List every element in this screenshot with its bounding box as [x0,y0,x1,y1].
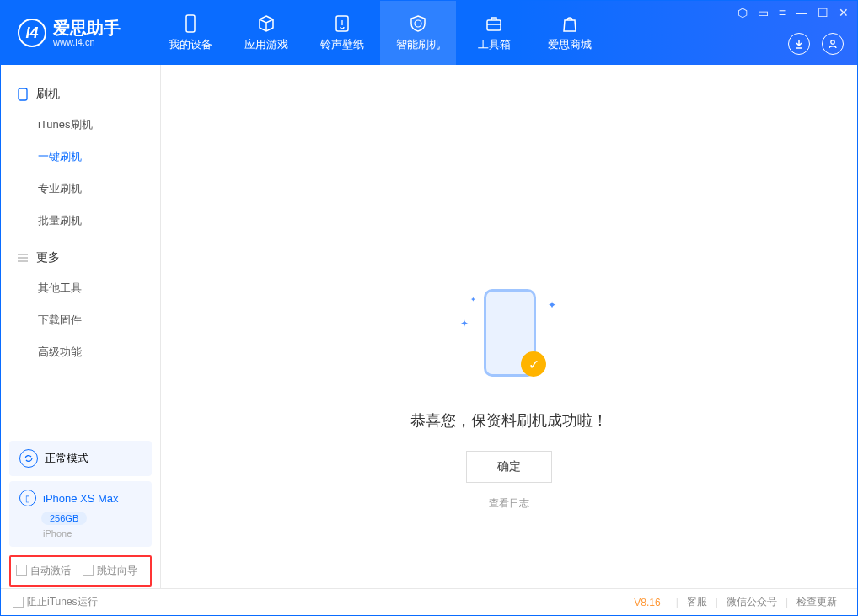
sidebar: 刷机 iTunes刷机 一键刷机 专业刷机 批量刷机 更多 其他工具 下载固件 … [1,65,161,588]
svg-rect-0 [186,15,195,32]
checkbox-block-itunes[interactable] [13,597,24,608]
list-icon [16,251,29,265]
sidebar-group-more: 更多 [1,244,160,272]
tshirt-icon[interactable]: ⬡ [737,6,748,19]
device-name: iPhone XS Max [43,492,119,505]
phone-outline-icon [16,88,29,101]
checkbox-skip-guide[interactable] [83,565,94,576]
sidebar-item-batch-flash[interactable]: 批量刷机 [1,205,160,237]
cube-icon [256,13,276,34]
user-button[interactable] [822,33,844,55]
sidebar-item-itunes-flash[interactable]: iTunes刷机 [1,109,160,141]
device-capacity: 256GB [41,512,87,525]
download-button[interactable] [788,33,810,55]
device-card[interactable]: ▯ iPhone XS Max 256GB iPhone [9,481,152,547]
sync-icon [19,449,38,468]
svg-rect-4 [19,88,27,100]
logo-icon: i4 [18,19,46,47]
link-support[interactable]: 客服 [687,595,707,609]
content-area: ✦ ✦ ✦ ✓ 恭喜您，保资料刷机成功啦！ 确定 查看日志 [161,65,857,588]
success-illustration: ✦ ✦ ✦ ✓ [458,284,560,385]
device-type: iPhone [43,528,142,538]
minimize-button[interactable]: — [796,6,807,19]
nav-ringtone-wallpaper[interactable]: 铃声壁纸 [304,1,380,65]
options-row: 自动激活 跳过向导 [9,555,152,587]
nav-apps-games[interactable]: 应用游戏 [228,1,304,65]
nav-toolbox[interactable]: 工具箱 [456,1,532,65]
bag-icon [560,13,580,34]
menu-icon[interactable]: ≡ [779,6,786,19]
phone-small-icon: ▯ [19,490,36,506]
music-file-icon [332,13,352,34]
maximize-button[interactable]: ☐ [818,6,829,19]
svg-rect-2 [487,20,501,30]
checkbox-auto-activate[interactable] [16,565,27,576]
device-icon [180,13,201,34]
confirm-button[interactable]: 确定 [466,451,552,483]
titlebar: i4 爱思助手 www.i4.cn 我的设备 应用游戏 铃声壁纸 智能刷机 [1,1,857,65]
view-log-link[interactable]: 查看日志 [489,496,529,511]
shield-sync-icon [408,13,428,34]
sidebar-item-download-firmware[interactable]: 下载固件 [1,304,160,336]
check-badge-icon: ✓ [521,351,546,377]
nav-my-device[interactable]: 我的设备 [153,1,228,65]
main-nav: 我的设备 应用游戏 铃声壁纸 智能刷机 工具箱 爱思商城 [153,1,608,65]
app-title: 爱思助手 [53,19,121,37]
app-subtitle: www.i4.cn [53,37,121,47]
version-label: V8.16 [634,597,660,608]
mode-card[interactable]: 正常模式 [9,441,152,476]
sidebar-item-advanced[interactable]: 高级功能 [1,336,160,368]
note-icon[interactable]: ▭ [758,6,769,19]
app-logo: i4 爱思助手 www.i4.cn [1,1,136,65]
success-message: 恭喜您，保资料刷机成功啦！ [410,410,608,431]
toolbox-icon [484,13,504,34]
link-check-update[interactable]: 检查更新 [796,595,837,609]
sidebar-group-flash: 刷机 [1,80,160,109]
nav-store[interactable]: 爱思商城 [532,1,608,65]
sidebar-item-other-tools[interactable]: 其他工具 [1,272,160,304]
sidebar-item-oneclick-flash[interactable]: 一键刷机 [1,141,160,173]
close-button[interactable]: ✕ [839,6,849,19]
sidebar-item-pro-flash[interactable]: 专业刷机 [1,173,160,205]
link-wechat[interactable]: 微信公众号 [727,595,777,609]
window-controls: ⬡ ▭ ≡ — ☐ ✕ [737,6,849,19]
nav-smart-flash[interactable]: 智能刷机 [380,1,456,65]
svg-point-3 [831,40,834,44]
block-itunes-label: 阻止iTunes运行 [27,595,98,609]
statusbar: 阻止iTunes运行 V8.16 | 客服 | 微信公众号 | 检查更新 [1,588,857,615]
